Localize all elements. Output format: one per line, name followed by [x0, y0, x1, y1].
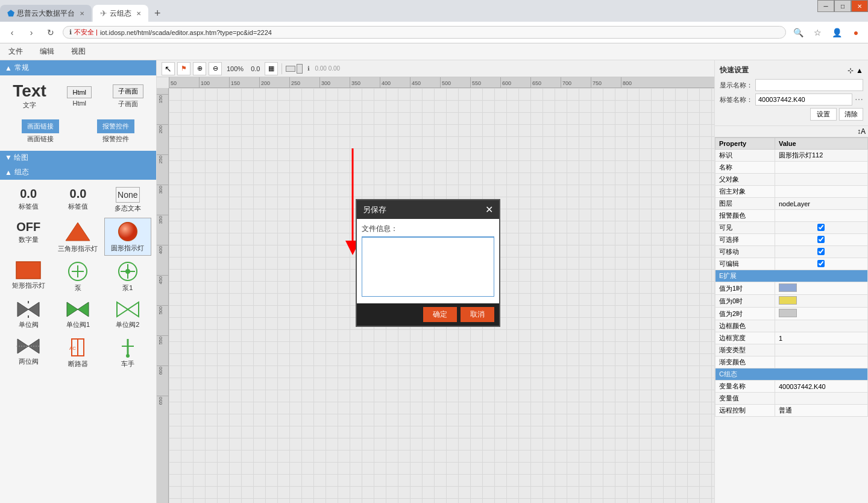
clear-button[interactable]: 清除 [839, 108, 863, 121]
svg-marker-16 [78, 302, 89, 317]
ruler-mark-10: 550 [470, 77, 500, 87]
menu-edit[interactable]: 编辑 [36, 45, 58, 58]
prop-check-6[interactable] [817, 224, 825, 231]
prop-sort-bar: ↕A [715, 126, 868, 138]
baojing-btn[interactable]: 报警控件 [97, 119, 134, 133]
state-item-label1[interactable]: 0.0 标签值 [5, 185, 52, 215]
address-field[interactable]: ℹ 不安全 | iot.idosp.net/html/scada/editor.… [63, 26, 786, 39]
menu-file[interactable]: 文件 [5, 45, 27, 58]
dialog-cancel-button[interactable]: 取消 [461, 307, 494, 322]
cursor-tool[interactable]: ↖ [162, 62, 175, 75]
prop-label-2: 父对象 [715, 174, 775, 186]
browser-nav-icons: 🔍 ☆ 👤 ● [791, 25, 863, 40]
add-tool[interactable]: ⊕ [193, 62, 206, 75]
state-item-breaker[interactable]: AC 断路器 [54, 334, 101, 371]
bookmark-icon[interactable]: ☆ [810, 25, 825, 40]
prop-val-3 [775, 186, 867, 198]
panel-pin-icon[interactable]: ⊹ [848, 66, 854, 75]
dialog-confirm-button[interactable]: 确定 [423, 307, 457, 322]
minimize-button[interactable]: ─ [817, 0, 834, 12]
prop-label-9: 可编辑 [715, 258, 775, 270]
section-common[interactable]: ▲ 常规 [0, 60, 156, 75]
extension-icon[interactable]: ● [849, 25, 863, 40]
dialog-textarea[interactable] [362, 236, 494, 297]
baojing-component-item[interactable]: 报警控件 报警控件 [95, 117, 137, 146]
breaker-text: 断路器 [68, 359, 88, 369]
state-grid: 0.0 标签值 0.0 标签值 None 多态文本 OFF 数字量 三角形指示灯 [0, 180, 156, 376]
sort-az-icon[interactable]: ↕A [857, 127, 866, 136]
ruler-h-icon[interactable] [286, 66, 295, 72]
tag-expand-icon[interactable]: ⋯ [855, 95, 863, 104]
grid-tool[interactable]: ▦ [265, 62, 278, 75]
flag-tool[interactable]: ⚑ [177, 62, 190, 75]
prop-check-8[interactable] [817, 248, 825, 255]
drawing-arrow: ▼ [5, 153, 12, 162]
search-icon[interactable]: 🔍 [791, 25, 805, 40]
back-button[interactable]: ‹ [5, 25, 19, 40]
forward-button[interactable]: › [24, 25, 39, 40]
state-item-2valve[interactable]: 两位阀 [5, 334, 52, 371]
maximize-button[interactable]: □ [834, 0, 851, 12]
account-icon[interactable]: 👤 [829, 25, 844, 40]
tab-sipu-close[interactable]: ✕ [80, 10, 84, 17]
color-swatch-11 [779, 283, 797, 292]
section-drawing[interactable]: ▼ 绘图 [0, 151, 156, 165]
state-item-circle[interactable]: 圆形指示灯 [104, 218, 151, 256]
tab-yunzutai[interactable]: ✈ 云组态 ✕ [93, 5, 148, 22]
state-item-pump[interactable]: 泵 [54, 258, 101, 295]
ruler-mark-12: 650 [530, 77, 561, 87]
prop-check-7[interactable] [817, 236, 825, 243]
prop-val-12[interactable] [775, 295, 867, 308]
state-item-valve1[interactable]: 单位阀 [5, 297, 52, 332]
color-swatch-13 [779, 309, 797, 317]
text-component-item[interactable]: Text 文字 [10, 80, 49, 112]
display-name-input[interactable] [755, 79, 863, 91]
state-item-triangle[interactable]: 三角形指示灯 [54, 218, 101, 256]
panel-collapse-icon[interactable]: ▲ [856, 66, 863, 75]
lock-icon: ℹ [69, 28, 72, 36]
state-item-label2[interactable]: 0.0 标签值 [54, 185, 101, 215]
html-component-item[interactable]: Html Html [64, 84, 94, 109]
html-btn[interactable]: Html [67, 86, 92, 98]
prop-val-16 [775, 344, 867, 356]
dialog-body: 文件信息： [357, 219, 499, 303]
prop-val-14 [775, 320, 867, 332]
prop-val-13[interactable] [775, 308, 867, 320]
panel-controls: ⊹ ▲ [848, 66, 863, 75]
huamian-component-item[interactable]: 画面链接 画面链接 [19, 117, 61, 146]
state-item-valve3[interactable]: 单位阀2 [104, 297, 151, 332]
handle-shape [117, 337, 139, 358]
tab-yunzutai-close[interactable]: ✕ [136, 10, 141, 17]
state-item-rect[interactable]: 矩形指示灯 [5, 258, 52, 295]
ruler-vmark-5: 400 [157, 245, 168, 257]
zimian-btn[interactable]: 子画面 [113, 84, 143, 98]
state-item-digital[interactable]: OFF 数字量 [5, 218, 52, 256]
ruler-v-icon[interactable] [297, 64, 303, 74]
prop-val-11[interactable] [775, 282, 867, 295]
dialog-close-button[interactable]: ✕ [485, 204, 493, 215]
state-item-pump1[interactable]: 泵1 [104, 258, 151, 295]
digital-value: OFF [16, 220, 40, 234]
prop-label-17: 渐变颜色 [715, 356, 775, 369]
state-item-multitext[interactable]: None 多态文本 [104, 185, 151, 215]
subtract-tool[interactable]: ⊖ [209, 62, 222, 75]
state-item-handle[interactable]: 车手 [104, 334, 151, 371]
set-button[interactable]: 设置 [810, 108, 837, 121]
2valve-text: 两位阀 [19, 357, 39, 366]
ruler-mark-8: 450 [410, 77, 440, 87]
zimian-component-item[interactable]: 子画面 子画面 [110, 82, 146, 111]
section-common-label: 常规 [14, 63, 29, 73]
refresh-button[interactable]: ↻ [43, 25, 58, 40]
state-item-valve2[interactable]: 单位阀1 [54, 297, 101, 332]
prop-label-1: 名称 [715, 162, 775, 174]
menu-view[interactable]: 视图 [68, 45, 89, 58]
ruler-vmark-0: 150 [157, 94, 168, 106]
new-tab-button[interactable]: + [149, 5, 166, 22]
huamian-btn[interactable]: 画面链接 [22, 119, 59, 133]
section-state[interactable]: ▲ 组态 [0, 165, 156, 180]
prop-check-9[interactable] [817, 260, 825, 267]
close-button[interactable]: ✕ [851, 0, 868, 12]
tab-sipu[interactable]: ⬟ 思普云大数据平台 ✕ [0, 5, 92, 22]
tag-name-input[interactable] [755, 93, 852, 106]
info-icon[interactable]: ℹ [307, 65, 310, 72]
